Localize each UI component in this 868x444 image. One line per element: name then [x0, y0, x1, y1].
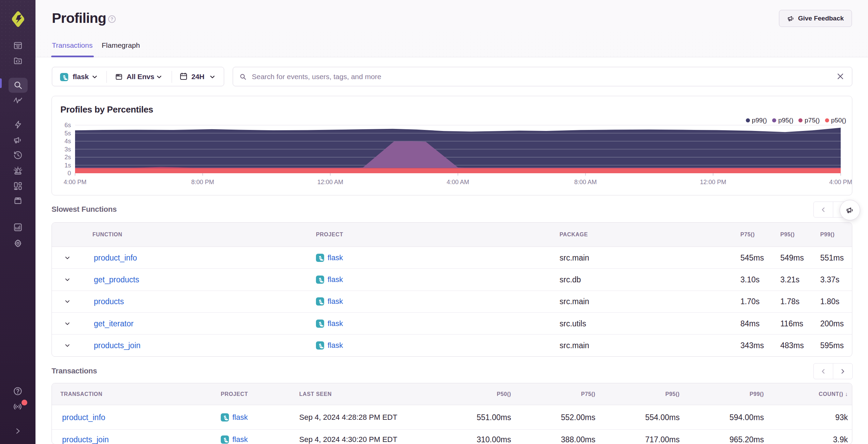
- svg-text:8:00 PM: 8:00 PM: [191, 179, 214, 186]
- svg-text:4s: 4s: [64, 138, 71, 145]
- svg-text:12:00 PM: 12:00 PM: [700, 179, 726, 186]
- svg-text:2s: 2s: [64, 154, 71, 161]
- svg-text:8:00 AM: 8:00 AM: [574, 179, 597, 186]
- svg-text:5s: 5s: [64, 130, 71, 137]
- svg-text:4:00 PM: 4:00 PM: [829, 179, 852, 186]
- svg-text:12:00 AM: 12:00 AM: [317, 179, 343, 186]
- svg-text:0: 0: [68, 170, 71, 177]
- svg-text:4:00 PM: 4:00 PM: [63, 179, 86, 186]
- svg-text:3s: 3s: [64, 146, 71, 153]
- svg-text:1s: 1s: [64, 162, 71, 169]
- svg-text:6s: 6s: [64, 122, 71, 129]
- svg-text:4:00 AM: 4:00 AM: [447, 179, 469, 186]
